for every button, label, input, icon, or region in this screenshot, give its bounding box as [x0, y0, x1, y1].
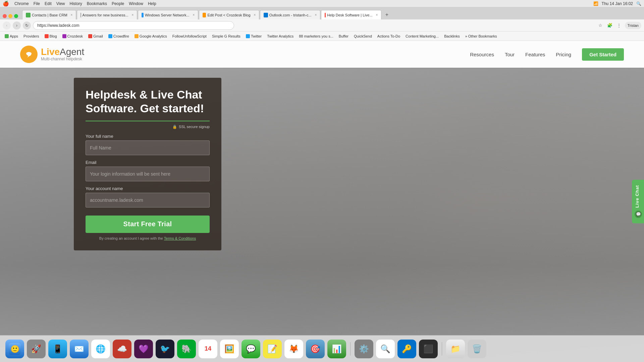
bookmark-crowdfire[interactable]: Crowdfire [106, 34, 131, 39]
bookmark-twitter-analytics[interactable]: Twitter Analytics [265, 34, 296, 39]
bookmark-blog[interactable]: Blog [43, 34, 59, 39]
dock-icon-keynote[interactable]: 🎯 [306, 340, 325, 358]
forward-button[interactable]: › [13, 21, 21, 29]
nav-resources[interactable]: Resources [470, 52, 494, 57]
clock-time: Thu 14 Jan 16:02 [602, 1, 633, 6]
dock-icon-slack[interactable]: 💜 [134, 340, 153, 358]
tab-label-outlook: Outlook.com - tristanh-c... [269, 13, 312, 17]
dock-icon-calendar[interactable]: 14 [199, 340, 217, 358]
tab-close-edit[interactable]: × [254, 13, 256, 17]
back-button[interactable]: ‹ [3, 21, 11, 29]
bookmark-apps[interactable]: Apps [3, 34, 20, 39]
search-icon[interactable]: 🔍 [636, 1, 641, 6]
bookmark-providers[interactable]: Providers [21, 34, 41, 39]
dock-icon-trash[interactable]: 🗑️ [468, 340, 486, 358]
tab-close-answers[interactable]: × [132, 13, 134, 17]
tab-edit[interactable]: Edit Post < Crozdesk Blog × [199, 10, 259, 19]
logo-icon [20, 46, 38, 63]
dock-icon-alfred[interactable]: 🔍 [376, 340, 395, 358]
dock-icon-launchpad[interactable]: 🚀 [27, 340, 46, 358]
apple-menu[interactable]: 🍎 [3, 1, 9, 7]
bookmark-followunfollow[interactable]: FollowUnfollowScript [170, 34, 209, 39]
dock-icon-firefox[interactable]: 🦊 [284, 340, 303, 358]
tab-favicon-answers [80, 13, 81, 17]
bookmark-buffer[interactable]: Buffer [337, 34, 351, 39]
bookmark-quicksend[interactable]: QuickSend [352, 34, 374, 39]
tab-help[interactable]: Help Desk Software | Live... × [321, 10, 381, 19]
tab-outlook[interactable]: Outlook.com - tristanh-c... × [260, 10, 320, 19]
dock-icon-stickies[interactable]: 📝 [263, 340, 282, 358]
bookmark-simpleg[interactable]: Simple G Results [210, 34, 243, 39]
more-icon[interactable]: ⋮ [615, 22, 623, 29]
bookmark-gmail[interactable]: Gmail [86, 34, 105, 39]
bookmark-content[interactable]: Content Marketing... [404, 34, 441, 39]
tab-close-outlook[interactable]: × [315, 13, 317, 17]
form-account-input[interactable] [86, 193, 210, 207]
window-close[interactable] [3, 14, 7, 18]
bookmark-actions[interactable]: Actions To-Do [375, 34, 402, 39]
bm-label-twitter-analytics: Twitter Analytics [267, 34, 293, 38]
menu-view[interactable]: View [56, 1, 65, 6]
user-chip[interactable]: Tristan [625, 22, 641, 29]
extension-icon[interactable]: 🧩 [606, 22, 613, 29]
menu-history[interactable]: History [70, 1, 82, 6]
menu-edit[interactable]: Edit [45, 1, 52, 6]
form-email-label: Email [86, 160, 210, 165]
menu-window[interactable]: Window [129, 1, 143, 6]
window-maximize[interactable] [14, 14, 18, 18]
menu-chrome[interactable]: Chrome [14, 1, 29, 6]
bookmark-twitter[interactable]: Twitter [244, 34, 264, 39]
bookmark-backlinks[interactable]: Backlinks [442, 34, 462, 39]
tab-contacts[interactable]: Contacts | Base CRM × [22, 10, 76, 19]
dock-icon-mail[interactable]: ✉️ [70, 340, 89, 358]
menu-help[interactable]: Help [148, 1, 156, 6]
dock-icon-appstore[interactable]: 📱 [48, 340, 67, 358]
dock-icon-cloudapp[interactable]: ☁️ [113, 340, 131, 358]
tab-close-contacts[interactable]: × [71, 13, 73, 17]
bookmark-other[interactable]: » Other Bookmarks [463, 34, 499, 39]
dock-icon-evernote[interactable]: 🐘 [177, 340, 196, 358]
dock-icon-finder2[interactable]: 📁 [446, 340, 465, 358]
dock-icon-perch[interactable]: 🐦 [156, 340, 174, 358]
terms-text: By creating an account I agree with the … [86, 236, 210, 240]
tab-answers[interactable]: Answers for new business... × [77, 10, 137, 19]
menu-people[interactable]: People [112, 1, 124, 6]
live-chat-label: Live Chat [635, 185, 640, 208]
star-icon[interactable]: ☆ [597, 22, 604, 29]
start-trial-button[interactable]: Start Free Trial [86, 216, 210, 233]
terms-link[interactable]: Terms & Conditions [164, 236, 196, 240]
menu-file[interactable]: File [34, 1, 40, 6]
nav-features[interactable]: Features [525, 52, 545, 57]
tab-windows[interactable]: Windows Server Network... × [138, 10, 198, 19]
address-input[interactable] [33, 21, 234, 30]
hero-title: Helpdesk & Live Chat Software. Get start… [86, 88, 210, 115]
dock-icon-numbers[interactable]: 📊 [327, 340, 346, 358]
live-chat-tab[interactable]: Live Chat 💬 [632, 180, 644, 223]
new-tab-button[interactable]: + [382, 10, 391, 19]
nav-tour[interactable]: Tour [505, 52, 515, 57]
window-minimize[interactable] [8, 14, 12, 18]
lock-icon: 🔒 [172, 125, 177, 129]
menu-bookmarks[interactable]: Bookmarks [87, 1, 107, 6]
dock-icon-chrome[interactable]: 🌐 [91, 340, 110, 358]
reload-button[interactable]: ↻ [23, 21, 31, 29]
wifi-icon: 📶 [593, 1, 598, 6]
form-name-input[interactable] [86, 140, 210, 155]
dock-icon-messages[interactable]: 💬 [241, 340, 260, 358]
tab-close-windows[interactable]: × [193, 13, 195, 17]
bookmark-crozdesk[interactable]: Crozdesk [60, 34, 85, 39]
form-email-input[interactable] [86, 167, 210, 181]
get-started-button[interactable]: Get Started [582, 48, 624, 61]
bookmark-88-marketers[interactable]: 88 marketers you s... [297, 34, 335, 39]
dock-icon-1password[interactable]: 🔑 [397, 340, 416, 358]
tab-close-help[interactable]: × [376, 13, 378, 17]
dock-icon-iterm[interactable]: ⬛ [419, 340, 438, 358]
bm-favicon-crowdfire [108, 34, 112, 38]
nav-pricing[interactable]: Pricing [556, 52, 571, 57]
logo-tagline: Multi-channel helpdesk [41, 57, 84, 61]
live-chat-icon: 💬 [635, 210, 642, 218]
dock-icon-finder[interactable]: 🙂 [5, 340, 24, 358]
bookmark-ga[interactable]: Google Analytics [132, 34, 169, 39]
dock-icon-photos[interactable]: 🖼️ [220, 340, 239, 358]
dock-icon-settings[interactable]: ⚙️ [355, 340, 373, 358]
